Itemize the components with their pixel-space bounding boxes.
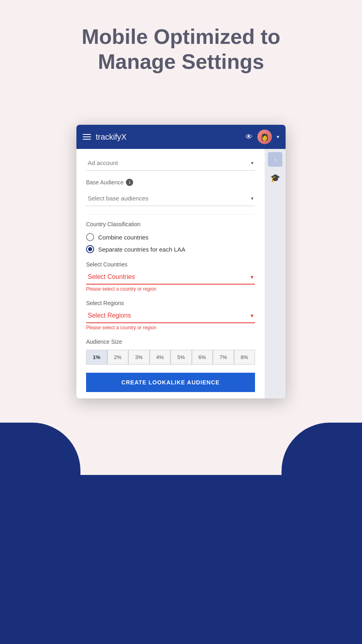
brand-name: trackifyX [96,132,241,142]
avatar[interactable]: 👩 [257,130,272,144]
hamburger-menu[interactable] [83,134,91,140]
select-base-audiences-dropdown[interactable]: Select base audiences ▾ [86,191,255,206]
separate-countries-label: Separate countries for each LAA [98,246,185,253]
ad-account-arrow: ▾ [251,160,253,166]
divider [86,214,255,215]
size-btn-4%[interactable]: 4% [150,350,171,365]
select-regions-arrow: ▾ [251,312,253,319]
blue-shape-bottom [0,475,362,644]
size-btn-1%[interactable]: 1% [86,350,107,365]
select-countries-arrow: ▾ [251,274,253,280]
content-area: Ad account ▾ Base Audience i Select base… [76,149,286,398]
graduation-icon: 🎓 [270,173,280,183]
navbar: trackifyX 👁 👩 ▾ [76,125,286,149]
select-base-audiences-arrow: ▾ [251,196,253,201]
combine-countries-option[interactable]: Combine countries [86,233,255,241]
size-btn-8%[interactable]: 8% [234,350,255,365]
select-base-audiences-label: Select base audiences [88,195,148,202]
base-audience-info-icon: i [126,179,133,186]
select-countries-dropdown[interactable]: Select Countries ▾ [86,270,255,285]
combine-countries-radio[interactable] [86,233,94,241]
right-panel: › 🎓 [265,149,286,398]
audience-size-label: Audience Size [86,339,255,345]
country-classification-group: Country Classification Combine countries… [86,221,255,253]
create-lookalike-button[interactable]: CREATE LOOKALIKE AUDIENCE [86,373,255,392]
avatar-dropdown-arrow[interactable]: ▾ [277,134,279,140]
select-regions-value: Select Regions [88,312,131,319]
size-btn-7%[interactable]: 7% [213,350,234,365]
main-form: Ad account ▾ Base Audience i Select base… [76,149,265,398]
select-countries-error: Please select a country or region [86,286,255,292]
select-regions-section-label: Select Regions [86,300,255,306]
size-btn-6%[interactable]: 6% [192,350,213,365]
select-countries-value: Select Countries [88,273,135,281]
combine-countries-label: Combine countries [98,234,148,241]
base-audience-group: Base Audience i Select base audiences ▾ [86,179,255,206]
base-audience-section-label: Base Audience i [86,179,255,186]
ad-account-label: Ad account [88,159,118,166]
size-btn-5%[interactable]: 5% [171,350,192,365]
select-regions-error: Please select a country or region [86,325,255,330]
size-btn-2%[interactable]: 2% [107,350,129,365]
eye-icon: 👁 [245,133,253,141]
radio-group: Combine countries Separate countries for… [86,233,255,253]
separate-countries-option[interactable]: Separate countries for each LAA [86,245,255,253]
ad-account-dropdown[interactable]: Ad account ▾ [86,155,255,171]
size-buttons: 1%2%3%4%5%6%7%8% [86,350,255,365]
country-classification-label: Country Classification [86,221,255,227]
select-countries-section-label: Select Countries [86,261,255,268]
separate-countries-radio[interactable] [86,245,94,253]
right-panel-arrow[interactable]: › [268,152,282,167]
size-btn-3%[interactable]: 3% [128,350,150,365]
phone-mockup: trackifyX 👁 👩 ▾ Ad account ▾ Base Audien… [76,125,286,398]
select-countries-group: Select Countries Select Countries ▾ Plea… [86,261,255,292]
ad-account-group: Ad account ▾ [86,155,255,171]
select-regions-dropdown[interactable]: Select Regions ▾ [86,309,255,323]
page-title-area: Mobile Optimized to Manage Settings [0,0,362,91]
select-regions-group: Select Regions Select Regions ▾ Please s… [86,300,255,330]
page-title: Mobile Optimized to Manage Settings [32,24,330,74]
audience-size-group: Audience Size 1%2%3%4%5%6%7%8% [86,339,255,365]
